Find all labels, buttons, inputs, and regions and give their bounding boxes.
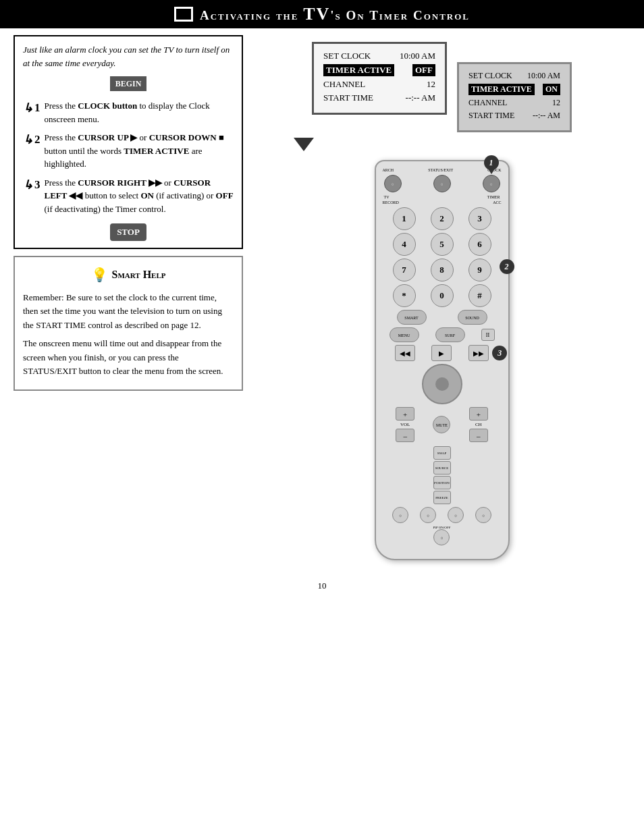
screen-2-row-4: START TIME --:-- AM <box>468 111 560 121</box>
remote-container: ARCH STATUS/EXIT CLOCK ○ ○ ○ 1 <box>375 160 510 560</box>
arch-button[interactable]: ○ <box>384 175 402 192</box>
pip-btn-2[interactable]: ○ <box>420 507 436 523</box>
right-column: SET CLOCK 10:00 AM TIMER ACTIVE OFF CHAN… <box>253 35 630 560</box>
smart-button[interactable]: SMART <box>397 310 427 325</box>
menu-surf-row: MENU SURF II <box>381 327 503 342</box>
arrow-down <box>294 138 314 151</box>
nav-pad[interactable] <box>422 364 462 404</box>
number-grid: 1 2 3 4 5 6 7 8 9 2 * 0 <box>387 207 498 307</box>
step-3-badge: 3 <box>492 346 507 360</box>
num-6-button[interactable]: 6 <box>468 233 491 256</box>
stop-badge: STOP <box>110 223 146 241</box>
ch-plus-button[interactable]: + <box>469 407 488 421</box>
pip-on-off-row: PIP ON/OFF ○ <box>381 526 503 545</box>
pip-btn-1[interactable]: ○ <box>392 507 408 523</box>
num-hash-button[interactable]: # <box>468 284 491 307</box>
pause-button[interactable]: II <box>481 329 495 341</box>
page-number: 10 <box>14 567 630 598</box>
vol-control: + VOL – <box>396 407 414 442</box>
num-star-button[interactable]: * <box>393 284 416 307</box>
smart-help-title: 💡 Smart Help <box>23 264 234 286</box>
step-1: ↳1 Press the CLOCK button to display the… <box>23 99 234 126</box>
pip-position-button[interactable]: POSITION <box>433 476 451 489</box>
screen-1: SET CLOCK 10:00 AM TIMER ACTIVE OFF CHAN… <box>312 42 447 115</box>
clock-button[interactable]: ○ 1 <box>483 175 500 192</box>
status-button[interactable]: ○ <box>433 175 451 192</box>
fastforward-button[interactable]: ▶▶ 3 <box>468 345 489 361</box>
page-body: Just like an alarm clock you can set the… <box>0 28 644 605</box>
step-1-num: ↳1 <box>23 99 41 117</box>
top-section: Just like an alarm clock you can set the… <box>14 35 630 560</box>
sound-button[interactable]: SOUND <box>458 310 487 325</box>
screens-row: SET CLOCK 10:00 AM TIMER ACTIVE OFF CHAN… <box>312 42 572 132</box>
num-8-button[interactable]: 8 <box>431 259 454 281</box>
vol-plus-button[interactable]: + <box>396 407 414 421</box>
step-3-num: ↳3 <box>23 176 41 194</box>
pip-freeze-button[interactable]: FREEZE <box>433 491 451 504</box>
num-2-button[interactable]: 2 <box>431 207 454 230</box>
screen-1-row-1: SET CLOCK 10:00 AM <box>323 51 435 61</box>
pip-swap-button[interactable]: SWAP <box>433 446 451 460</box>
screen-2: SET CLOCK 10:00 AM TIMER ACTIVE ON CHANN… <box>457 62 572 132</box>
remote-second-labels: TV TIMER <box>381 195 503 199</box>
playback-row: ◀◀ ▶ ▶▶ 3 <box>387 345 498 361</box>
page-header: Activating the TV's On Timer Control <box>0 0 644 28</box>
screen-1-row-2: TIMER ACTIVE OFF <box>323 64 435 76</box>
num-1-button[interactable]: 1 <box>393 207 416 230</box>
vol-ch-row: + VOL – MUTE + CH – <box>387 407 498 442</box>
step-1-content: Press the CLOCK button to display the Cl… <box>45 99 234 126</box>
step-3: ↳3 Press the CURSOR RIGHT ▶▶ or CURSOR L… <box>23 176 234 216</box>
mute-button[interactable]: MUTE <box>433 416 450 433</box>
play-button[interactable]: ▶ <box>431 345 452 361</box>
smart-sound-row: SMART SOUND <box>381 310 503 325</box>
pip-source-button[interactable]: SOURCE <box>433 461 451 475</box>
step-3-content: Press the CURSOR RIGHT ▶▶ or CURSOR LEFT… <box>45 176 234 216</box>
intro-box: Just like an alarm clock you can set the… <box>14 35 243 249</box>
step-1-arrow <box>488 169 495 174</box>
smart-help-p1: Remember: Be sure to set the clock to th… <box>23 291 234 333</box>
left-column: Just like an alarm clock you can set the… <box>14 35 243 560</box>
header-icon <box>174 7 193 22</box>
vol-minus-button[interactable]: – <box>396 429 414 442</box>
num-4-button[interactable]: 4 <box>393 233 416 256</box>
header-title: Activating the TV's On Timer Control <box>200 4 470 24</box>
menu-button[interactable]: MENU <box>390 327 419 342</box>
pip-btn-3[interactable]: ○ <box>448 507 464 523</box>
num-0-button[interactable]: 0 <box>431 284 454 307</box>
screen-2-row-1: SET CLOCK 10:00 AM <box>468 71 560 81</box>
ch-minus-button[interactable]: – <box>469 429 488 442</box>
pip-circles-row: ○ ○ ○ ○ <box>387 507 498 523</box>
pip-row: SWAP SOURCE POSITION FREEZE <box>384 446 500 504</box>
smart-help-box: 💡 Smart Help Remember: Be sure to set th… <box>14 256 243 392</box>
nav-center-area <box>381 364 503 404</box>
begin-badge: BEGIN <box>110 76 147 91</box>
num-3-button[interactable]: 3 <box>468 207 491 230</box>
num-7-button[interactable]: 7 <box>393 259 416 281</box>
step-2: ↳2 Press the CURSOR UP ▶ or CURSOR DOWN … <box>23 131 234 171</box>
remote-record-row: RECORD ACC <box>381 200 503 205</box>
mute-control: MUTE <box>433 416 450 433</box>
num-5-button[interactable]: 5 <box>431 233 454 256</box>
remote-top-labels: ARCH STATUS/EXIT CLOCK <box>381 168 503 172</box>
screen-2-row-3: CHANNEL 12 <box>468 98 560 108</box>
step-1-badge: 1 <box>484 155 499 170</box>
surf-button[interactable]: SURF <box>435 327 465 342</box>
smart-help-p2: The onscreen menu will time out and disa… <box>23 337 234 379</box>
ch-control: + CH – <box>469 407 488 442</box>
pip-on-off-button[interactable]: ○ <box>433 529 450 545</box>
step-2-badge: 2 <box>500 259 514 274</box>
pip-btn-4[interactable]: ○ <box>475 507 491 523</box>
rewind-button[interactable]: ◀◀ <box>395 345 415 361</box>
screen-1-row-3: CHANNEL 12 <box>323 79 435 90</box>
num-9-button[interactable]: 9 2 <box>468 259 491 281</box>
remote-top-buttons: ○ ○ ○ 1 <box>381 175 503 192</box>
bulb-icon: 💡 <box>91 264 108 286</box>
step-2-num: ↳2 <box>23 131 41 149</box>
vol-label: VOL <box>400 422 410 427</box>
step-2-content: Press the CURSOR UP ▶ or CURSOR DOWN ■ b… <box>45 131 234 171</box>
screen-1-row-4: START TIME --:-- AM <box>323 92 435 103</box>
ch-label: CH <box>475 422 482 427</box>
remote-control: ARCH STATUS/EXIT CLOCK ○ ○ ○ 1 <box>375 160 510 560</box>
intro-text: Just like an alarm clock you can set the… <box>23 43 234 70</box>
screen-2-row-2: TIMER ACTIVE ON <box>468 84 560 95</box>
